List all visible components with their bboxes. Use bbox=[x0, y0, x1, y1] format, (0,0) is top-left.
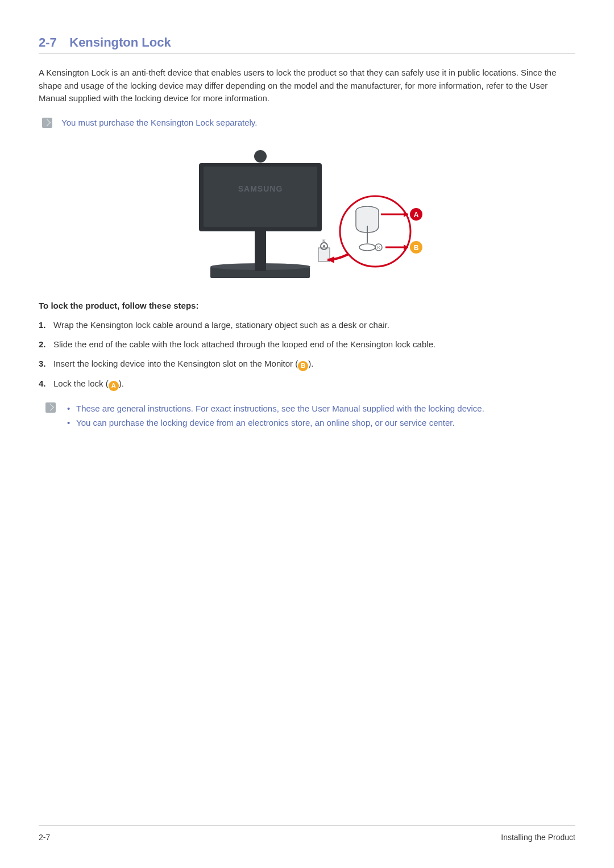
svg-text:K: K bbox=[377, 246, 380, 250]
page-footer: 2-7 Installing the Product bbox=[39, 825, 575, 842]
figure-kensington-lock: SAMSUNG K K A bbox=[39, 140, 575, 288]
footer-chapter-title: Installing the Product bbox=[501, 833, 575, 842]
note-icon bbox=[45, 402, 56, 413]
section-number: 2-7 bbox=[39, 35, 57, 50]
step-2: Slide the end of the cable with the lock… bbox=[39, 338, 575, 351]
kensington-diagram-svg: SAMSUNG K K A bbox=[188, 140, 426, 288]
section-header: 2-7 Kensington Lock bbox=[39, 35, 575, 54]
step-2-text: Slide the end of the cable with the lock… bbox=[53, 339, 435, 349]
note-text: You must purchase the Kensington Lock se… bbox=[61, 117, 257, 130]
brand-label: SAMSUNG bbox=[238, 184, 283, 193]
step-4: Lock the lock (A). bbox=[39, 377, 575, 391]
step-3: Insert the locking device into the Kensi… bbox=[39, 357, 575, 371]
step-3-post: ). bbox=[308, 359, 313, 368]
step-4-post: ). bbox=[119, 379, 124, 388]
note2-item-2: You can purchase the locking device from… bbox=[65, 416, 484, 430]
note-icon bbox=[42, 118, 52, 128]
svg-text:K: K bbox=[322, 238, 326, 244]
svg-rect-2 bbox=[255, 226, 266, 271]
steps-list: Wrap the Kensington lock cable around a … bbox=[39, 318, 575, 391]
note-block-1: You must purchase the Kensington Lock se… bbox=[42, 117, 575, 130]
section-title: Kensington Lock bbox=[69, 35, 171, 49]
step-3-pre: Insert the locking device into the Kensi… bbox=[53, 359, 298, 368]
intro-text: A Kensington Lock is an anti-theft devic… bbox=[39, 67, 575, 105]
step-1: Wrap the Kensington lock cable around a … bbox=[39, 318, 575, 332]
note2-item-1: These are general instructions. For exac… bbox=[65, 401, 484, 416]
diagram-marker-b: B bbox=[414, 244, 419, 252]
diagram-marker-a: A bbox=[414, 211, 419, 219]
footer-page-number: 2-7 bbox=[39, 833, 50, 842]
steps-title: To lock the product, follow these steps: bbox=[39, 301, 575, 310]
notes-list: These are general instructions. For exac… bbox=[65, 401, 484, 430]
svg-point-8 bbox=[323, 245, 325, 247]
step-4-pre: Lock the lock ( bbox=[53, 379, 109, 388]
svg-point-5 bbox=[254, 150, 267, 163]
svg-rect-4 bbox=[204, 167, 317, 227]
note-block-2: These are general instructions. For exac… bbox=[45, 401, 575, 430]
badge-b-inline: B bbox=[298, 361, 308, 371]
step-1-text: Wrap the Kensington lock cable around a … bbox=[53, 320, 389, 330]
badge-a-inline: A bbox=[109, 381, 119, 391]
